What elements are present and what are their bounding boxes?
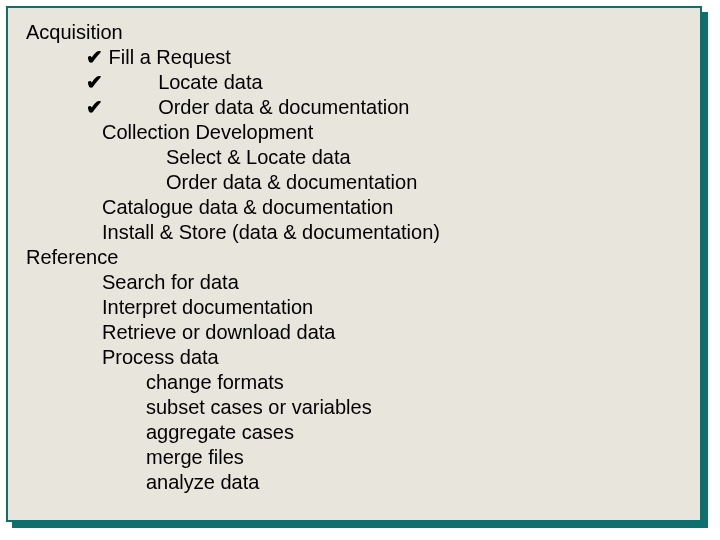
item-fill-request: ✔ Fill a Request [26,45,682,70]
item-order-data: ✔ Order data & documentation [26,95,682,120]
item-search: Search for data [26,270,682,295]
text-order-data: Order data & documentation [158,96,409,118]
text-analyze: analyze data [146,471,259,493]
text-select-locate: Select & Locate data [166,146,351,168]
heading-acquisition: Acquisition [26,20,682,45]
text-subset: subset cases or variables [146,396,372,418]
text-aggregate: aggregate cases [146,421,294,443]
check-icon: ✔ [86,70,103,95]
item-change-formats: change formats [26,370,682,395]
slide-body: Acquisition ✔ Fill a Request ✔ Locate da… [6,6,702,522]
item-merge: merge files [26,445,682,470]
text-retrieve: Retrieve or download data [102,321,335,343]
item-locate-data: ✔ Locate data [26,70,682,95]
text-install-store: Install & Store (data & documentation) [102,221,440,243]
text-interpret: Interpret documentation [102,296,313,318]
item-process: Process data [26,345,682,370]
text-process: Process data [102,346,219,368]
item-interpret: Interpret documentation [26,295,682,320]
text-change-formats: change formats [146,371,284,393]
text-merge: merge files [146,446,244,468]
text-acquisition: Acquisition [26,21,123,43]
item-subset: subset cases or variables [26,395,682,420]
item-aggregate: aggregate cases [26,420,682,445]
check-icon: ✔ [86,45,103,70]
item-collection-dev: Collection Development [26,120,682,145]
item-catalogue: Catalogue data & documentation [26,195,682,220]
text-catalogue: Catalogue data & documentation [102,196,393,218]
item-order-data-2: Order data & documentation [26,170,682,195]
heading-reference: Reference [26,245,682,270]
text-search: Search for data [102,271,239,293]
text-order-data-2: Order data & documentation [166,171,417,193]
text-fill-request: Fill a Request [109,46,231,68]
item-analyze: analyze data [26,470,682,495]
item-install-store: Install & Store (data & documentation) [26,220,682,245]
check-icon: ✔ [86,95,103,120]
item-retrieve: Retrieve or download data [26,320,682,345]
text-collection-dev: Collection Development [102,121,313,143]
item-select-locate: Select & Locate data [26,145,682,170]
text-locate-data: Locate data [158,71,263,93]
text-reference: Reference [26,246,118,268]
